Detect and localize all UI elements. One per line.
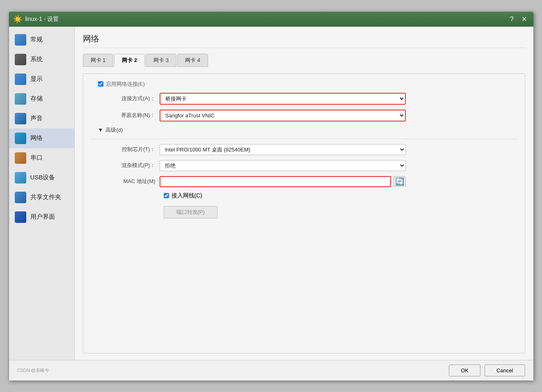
sidebar-item-serial[interactable]: 串口 [9, 148, 74, 168]
tab-adapter-3[interactable]: 网卡 3 [146, 54, 176, 67]
network-icon [15, 133, 26, 144]
titlebar-buttons: ? ✕ [507, 14, 529, 24]
enable-network-checkbox[interactable] [98, 81, 103, 87]
interface-name-select[interactable]: Sangfor aTrust VNIC [160, 110, 405, 121]
interface-name-label: 界面名称(N)： [90, 112, 160, 119]
cancel-button[interactable]: Cancel [485, 364, 525, 376]
promiscuous-control: 拒绝 允许虚拟机 全部允许 [160, 160, 406, 171]
window-title: linux-1 - 设置 [25, 16, 507, 23]
sidebar-item-audio[interactable]: 声音 [9, 109, 74, 128]
serial-icon [15, 152, 26, 164]
ui-icon [15, 211, 26, 223]
enable-network-row: 启用网络连接(E) [90, 80, 518, 88]
sidebar-label-general: 常规 [30, 36, 43, 44]
tab-adapter-2[interactable]: 网卡 2 [114, 54, 145, 67]
sidebar-label-shared: 共享文件夹 [30, 193, 61, 201]
collapse-icon: ▼ [98, 127, 103, 133]
help-button[interactable]: ? [507, 14, 517, 24]
chip-label: 控制芯片(T)： [90, 146, 160, 153]
refresh-icon: 🔄 [395, 177, 404, 186]
storage-icon [15, 93, 26, 105]
sidebar-item-ui[interactable]: 用户界面 [9, 207, 74, 227]
tab-adapter-1[interactable]: 网卡 1 [83, 54, 114, 67]
sidebar-item-network[interactable]: 网络 [9, 128, 74, 148]
app-icon: ☀️ [13, 15, 22, 24]
sidebar-label-serial: 串口 [30, 154, 43, 162]
enable-network-label[interactable]: 启用网络连接(E) [106, 80, 145, 88]
connection-type-select[interactable]: 桥接网卡 [160, 94, 405, 104]
general-icon [15, 34, 26, 46]
connection-type-label: 连接方式(A)： [90, 95, 160, 102]
promiscuous-select[interactable]: 拒绝 允许虚拟机 全部允许 [160, 160, 406, 171]
advanced-label: 高级(d) [105, 126, 123, 134]
mac-input-group: 080027AAA18E 🔄 [160, 176, 406, 187]
sidebar-label-usb: USB设备 [30, 174, 55, 181]
interface-name-row: 界面名称(N)： Sangfor aTrust VNIC [90, 110, 518, 121]
port-forward-row: 端口转发(P) [90, 204, 518, 218]
cable-checkbox[interactable] [164, 193, 169, 198]
content-area: 常规 系统 显示 存储 声音 网络 串口 USB设备 共享文件夹 用户界面 [9, 27, 533, 360]
network-panel: 启用网络连接(E) 连接方式(A)： 桥接网卡 界面名称(N)： [83, 73, 525, 353]
sidebar-label-storage: 存储 [30, 95, 43, 103]
tab-bar: 网卡 1网卡 2网卡 3网卡 4 [83, 54, 525, 67]
sidebar-item-storage[interactable]: 存储 [9, 89, 74, 109]
chip-row: 控制芯片(T)： Intel PRO/1000 MT 桌面 (82540EM) [90, 144, 518, 155]
sidebar-item-display[interactable]: 显示 [9, 69, 74, 89]
audio-icon [15, 113, 26, 124]
mac-input[interactable]: 080027AAA18E [160, 176, 391, 187]
system-icon [15, 54, 26, 65]
promiscuous-row: 混杂模式(P)： 拒绝 允许虚拟机 全部允许 [90, 160, 518, 171]
section-title: 网络 [83, 33, 525, 48]
mac-refresh-button[interactable]: 🔄 [393, 176, 406, 187]
sidebar-item-shared[interactable]: 共享文件夹 [9, 188, 74, 207]
shared-icon [15, 192, 26, 203]
sidebar-label-audio: 声音 [30, 115, 43, 122]
display-icon [15, 73, 26, 85]
connection-type-row: 连接方式(A)： 桥接网卡 [90, 93, 518, 105]
advanced-toggle[interactable]: ▼ 高级(d) [90, 126, 518, 134]
promiscuous-label: 混杂模式(P)： [90, 162, 160, 169]
chip-control: Intel PRO/1000 MT 桌面 (82540EM) [160, 144, 406, 155]
usb-icon [15, 172, 26, 183]
chip-select[interactable]: Intel PRO/1000 MT 桌面 (82540EM) [160, 144, 406, 155]
port-forward-button[interactable]: 端口转发(P) [164, 206, 217, 218]
cable-label[interactable]: 接入网线(C) [172, 192, 202, 199]
ok-button[interactable]: OK [449, 364, 480, 376]
sidebar-item-system[interactable]: 系统 [9, 50, 74, 69]
tab-adapter-4[interactable]: 网卡 4 [177, 54, 208, 67]
sidebar-item-general[interactable]: 常规 [9, 30, 74, 50]
sidebar-label-ui: 用户界面 [30, 213, 55, 221]
titlebar: ☀️ linux-1 - 设置 ? ✕ [9, 12, 533, 27]
connection-type-control: 桥接网卡 [160, 93, 406, 105]
sidebar-label-network: 网络 [30, 134, 43, 142]
mac-row: MAC 地址(M) 080027AAA18E 🔄 [90, 176, 518, 187]
footer: CSDN @东略兮 OK Cancel [9, 360, 533, 381]
sidebar: 常规 系统 显示 存储 声音 网络 串口 USB设备 共享文件夹 用户界面 [9, 27, 75, 360]
close-button[interactable]: ✕ [519, 14, 529, 24]
cable-row: 接入网线(C) [90, 192, 518, 199]
mac-label: MAC 地址(M) [90, 178, 160, 185]
settings-window: ☀️ linux-1 - 设置 ? ✕ 常规 系统 显示 存储 声音 网络 [9, 11, 534, 381]
main-panel: 网络 网卡 1网卡 2网卡 3网卡 4 启用网络连接(E) 连接方式(A)： 桥… [75, 27, 533, 360]
interface-name-control: Sangfor aTrust VNIC [160, 110, 406, 121]
sidebar-label-system: 系统 [30, 55, 43, 63]
sidebar-label-display: 显示 [30, 75, 43, 83]
footer-note: CSDN @东略兮 [17, 367, 49, 374]
mac-control: 080027AAA18E 🔄 [160, 176, 406, 187]
sidebar-item-usb[interactable]: USB设备 [9, 168, 74, 188]
